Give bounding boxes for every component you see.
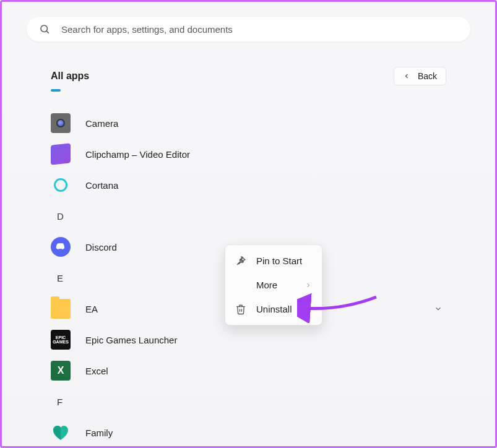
section-header-d[interactable]: D — [51, 200, 446, 231]
app-label: Excel — [85, 366, 108, 376]
app-item-family[interactable]: Family — [51, 417, 446, 448]
trash-icon — [235, 304, 246, 315]
app-label: Camera — [85, 118, 118, 129]
app-label: Cortana — [85, 180, 118, 191]
back-button-label: Back — [418, 71, 437, 81]
chevron-down-icon[interactable] — [434, 304, 443, 313]
pin-icon — [235, 256, 246, 267]
svg-point-0 — [41, 25, 48, 32]
app-item-camera[interactable]: Camera — [51, 108, 446, 139]
menu-item-more[interactable]: More — [225, 273, 322, 297]
svg-line-1 — [46, 31, 48, 33]
app-item-excel[interactable]: X Excel — [51, 355, 446, 386]
family-icon — [51, 423, 71, 442]
clipchamp-icon — [51, 143, 71, 165]
cortana-icon — [51, 175, 71, 195]
menu-item-pin-to-start[interactable]: Pin to Start — [225, 249, 322, 273]
camera-icon — [51, 113, 71, 133]
context-menu: Pin to Start More Uninstall — [225, 244, 322, 325]
app-label: Epic Games Launcher — [85, 335, 177, 345]
app-label: Discord — [85, 242, 117, 252]
app-label: Family — [85, 428, 113, 438]
blank-icon — [235, 280, 246, 291]
app-item-clipchamp[interactable]: Clipchamp – Video Editor — [51, 139, 446, 170]
menu-item-label: More — [256, 280, 277, 290]
folder-icon — [51, 299, 71, 319]
discord-icon — [51, 237, 71, 257]
menu-item-label: Uninstall — [256, 304, 292, 314]
app-label: EA — [85, 304, 98, 314]
chevron-right-icon — [305, 282, 312, 289]
epic-games-icon: EPIC GAMES — [51, 330, 71, 350]
search-icon — [39, 24, 50, 35]
chevron-left-icon — [403, 72, 410, 80]
all-apps-title: All apps — [51, 71, 89, 82]
excel-icon: X — [51, 361, 71, 381]
search-bar[interactable] — [26, 16, 471, 42]
menu-item-uninstall[interactable]: Uninstall — [225, 297, 322, 321]
menu-item-label: Pin to Start — [256, 256, 302, 266]
app-label: Clipchamp – Video Editor — [85, 149, 190, 160]
app-item-cortana[interactable]: Cortana — [51, 170, 446, 200]
back-button[interactable]: Back — [394, 67, 446, 85]
app-item-epic[interactable]: EPIC GAMES Epic Games Launcher — [51, 324, 446, 355]
section-header-f[interactable]: F — [51, 386, 446, 417]
search-input[interactable] — [61, 24, 458, 35]
